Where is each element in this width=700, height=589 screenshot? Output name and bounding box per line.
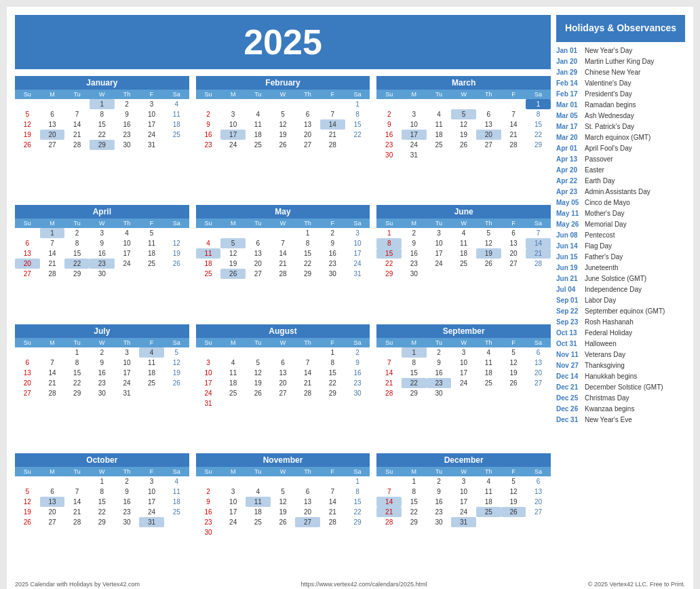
table-row: 14 [320, 119, 345, 130]
holiday-item: Jan 01New Year's Day [556, 45, 685, 56]
table-row: 25 [220, 388, 246, 398]
table-row: 14 [295, 368, 320, 378]
table-row [427, 269, 452, 279]
table-row [451, 150, 476, 160]
table-row: 5 [139, 228, 164, 238]
col-sat: Sa [164, 90, 189, 99]
table-row: 14 [376, 368, 402, 378]
table-row: 7 [376, 358, 402, 368]
table-row: 12 [501, 487, 526, 497]
col-mon: M [220, 338, 246, 347]
table-row: 11 [164, 487, 189, 497]
table-row [220, 476, 246, 487]
table-row: 22 [345, 507, 370, 517]
table-row: 22 [402, 378, 427, 388]
table-row: 24 [402, 140, 427, 150]
table-row: 31 [139, 140, 164, 150]
table-row [271, 476, 296, 487]
table-row [220, 99, 246, 109]
col-wed: W [451, 218, 476, 228]
table-row: 3 [427, 228, 452, 238]
table-row: 25 [451, 259, 476, 269]
holiday-item: Jun 08Pentecost [556, 230, 685, 241]
table-row: 8 [345, 109, 370, 119]
col-sat: Sa [345, 218, 370, 228]
table-row [220, 228, 246, 238]
month-december: December Su M Tu W Th F Sa [376, 453, 551, 575]
table-row: 6 [40, 487, 65, 497]
col-sun: Su [15, 338, 40, 347]
table-row: 19 [15, 130, 40, 140]
month-march: March Su M Tu W Th F Sa [376, 76, 551, 198]
table-row: 24 [451, 507, 476, 517]
table-row: 15 [64, 248, 90, 259]
table-row: 21 [295, 378, 320, 388]
table-row: 10 [427, 238, 452, 248]
table-row: 12 [15, 119, 40, 130]
table-row: 20 [295, 507, 320, 517]
table-row: 20 [15, 378, 40, 388]
table-row: 16 [402, 248, 427, 259]
table-row: 13 [295, 119, 320, 130]
footer-left: 2025 Calendar with Holidays by Vertex42.… [15, 581, 140, 588]
table-row: 12 [15, 497, 40, 507]
col-sun: Su [376, 218, 402, 228]
table-row: 19 [501, 497, 526, 507]
table-row: 18 [220, 378, 246, 388]
holiday-name: Martin Luther King Day [585, 56, 654, 67]
month-title-june: June [376, 205, 551, 218]
col-sun: Su [15, 218, 40, 228]
table-row: 24 [451, 378, 476, 388]
table-row: 7 [526, 228, 551, 238]
col-fri: F [139, 338, 164, 347]
table-row: 6 [40, 109, 65, 119]
table-row: 23 [402, 259, 427, 269]
table-row: 15 [295, 248, 320, 259]
col-fri: F [320, 338, 345, 347]
table-row [501, 388, 526, 398]
table-row: 27 [40, 140, 65, 150]
col-sun: Su [15, 467, 40, 476]
table-row [64, 99, 90, 109]
table-row [320, 398, 345, 408]
table-row: 30 [320, 269, 345, 279]
holiday-date: Apr 13 [556, 154, 582, 165]
cal-table-april: Su M Tu W Th F Sa 1 2 3 [15, 218, 189, 279]
holiday-name: Federal Holiday [585, 328, 632, 339]
table-row [196, 476, 221, 487]
col-sat: Sa [164, 467, 189, 476]
table-row: 26 [451, 140, 476, 150]
table-row [501, 150, 526, 160]
col-thu: Th [476, 218, 501, 228]
table-row: 18 [427, 130, 452, 140]
table-row [526, 388, 551, 398]
table-row: 7 [271, 238, 296, 248]
table-row [15, 476, 40, 487]
table-row: 5 [501, 476, 526, 487]
holiday-date: Dec 14 [556, 371, 582, 382]
col-sat: Sa [164, 338, 189, 347]
month-title-october: October [15, 453, 189, 467]
holiday-date: Feb 17 [556, 89, 582, 100]
main-layout: 2025 January Su M Tu W Th F Sa [15, 15, 685, 575]
table-row [164, 228, 189, 238]
col-fri: F [139, 218, 164, 228]
table-row: 10 [139, 109, 164, 119]
table-row: 4 [139, 347, 164, 358]
table-row: 2 [90, 347, 115, 358]
col-sat: Sa [526, 338, 551, 347]
col-thu: Th [295, 90, 320, 99]
col-sun: Su [196, 338, 221, 347]
holiday-name: Flag Day [585, 241, 612, 252]
holiday-name: Passover [585, 154, 613, 165]
table-row: 24 [139, 507, 164, 517]
table-row: 12 [246, 368, 271, 378]
table-row: 26 [476, 259, 501, 269]
holiday-item: Mar 05Ash Wednesday [556, 111, 685, 121]
cal-table-july: Su M Tu W Th F Sa 1 2 [15, 338, 189, 398]
table-row: 27 [295, 140, 320, 150]
month-title-april: April [15, 205, 189, 218]
table-row [139, 269, 164, 279]
table-row [345, 527, 370, 537]
table-row [376, 347, 402, 358]
